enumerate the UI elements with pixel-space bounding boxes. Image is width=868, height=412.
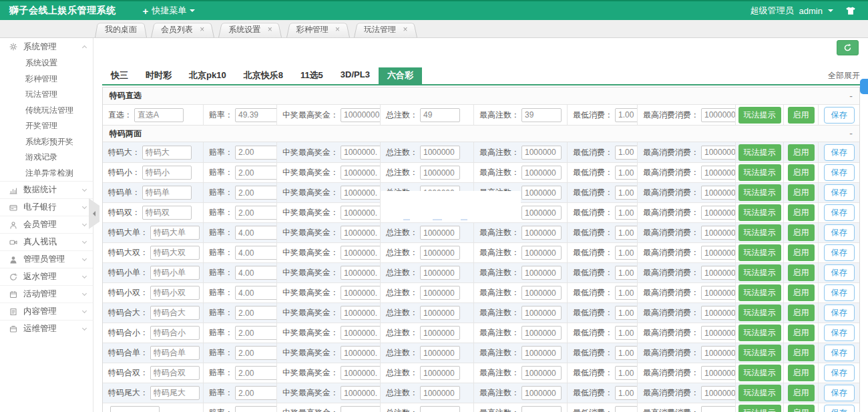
max-bets-input[interactable] (521, 306, 562, 320)
refresh-button[interactable] (837, 40, 859, 55)
max-prize-input[interactable] (341, 306, 380, 320)
min-spend-input[interactable] (615, 306, 637, 320)
max-spend-input[interactable] (701, 366, 735, 380)
enable-button[interactable]: 启用 (788, 107, 815, 124)
max-bets-input[interactable] (521, 166, 562, 180)
save-button[interactable]: 保存 (824, 204, 855, 221)
play-tip-button[interactable]: 玩法提示 (738, 224, 781, 241)
play-tip-button[interactable]: 玩法提示 (738, 405, 781, 412)
odds-input[interactable] (235, 286, 276, 300)
odds-input[interactable] (235, 206, 276, 220)
min-spend-input[interactable] (615, 406, 637, 412)
play-tip-button[interactable]: 玩法提示 (738, 365, 781, 381)
play-tip-button[interactable]: 玩法提示 (738, 144, 781, 161)
sidebar-item[interactable]: 系统管理 (0, 38, 93, 55)
max-spend-input[interactable] (701, 166, 735, 180)
min-spend-input[interactable] (615, 108, 637, 122)
max-spend-input[interactable] (701, 286, 735, 300)
play-name-input[interactable] (134, 108, 184, 122)
window-tab[interactable]: 玩法管理 × (354, 21, 417, 37)
total-bets-input[interactable] (420, 146, 460, 160)
odds-input[interactable] (235, 146, 276, 160)
save-button[interactable]: 保存 (824, 365, 855, 381)
max-bets-input[interactable] (521, 108, 562, 122)
save-button[interactable]: 保存 (824, 144, 855, 161)
odds-input[interactable] (235, 108, 276, 122)
total-bets-input[interactable] (420, 166, 460, 180)
enable-button[interactable]: 启用 (788, 405, 815, 412)
max-prize-input[interactable] (341, 386, 380, 400)
play-name-input[interactable] (150, 246, 200, 260)
play-name-input[interactable] (110, 406, 160, 412)
odds-input[interactable] (235, 226, 276, 240)
min-spend-input[interactable] (615, 326, 637, 340)
max-bets-input[interactable] (521, 386, 562, 400)
total-bets-input[interactable] (420, 286, 460, 300)
total-bets-input[interactable] (420, 246, 460, 260)
window-tab[interactable]: 系统设置 × (218, 21, 282, 37)
max-prize-input[interactable] (341, 108, 380, 122)
min-spend-input[interactable] (615, 206, 637, 220)
max-prize-input[interactable] (341, 366, 380, 380)
enable-button[interactable]: 启用 (788, 284, 815, 301)
sidebar-subitem[interactable]: 玩法管理 (0, 87, 93, 103)
min-spend-input[interactable] (615, 386, 637, 400)
total-bets-input[interactable] (420, 366, 460, 380)
save-button[interactable]: 保存 (824, 385, 855, 401)
max-prize-input[interactable] (341, 346, 380, 360)
play-name-input[interactable] (150, 386, 200, 400)
max-bets-input[interactable] (521, 346, 562, 360)
play-name-input[interactable] (150, 306, 200, 320)
collapse-icon[interactable]: - (849, 93, 853, 99)
max-bets-input[interactable] (521, 146, 562, 160)
play-tip-button[interactable]: 玩法提示 (738, 345, 781, 361)
window-tab[interactable]: 我的桌面 (95, 21, 147, 37)
window-tab[interactable]: 彩种管理 × (286, 21, 350, 37)
enable-button[interactable]: 启用 (788, 264, 815, 281)
enable-button[interactable]: 启用 (788, 304, 815, 321)
sidebar-subitem[interactable]: 开奖管理 (0, 118, 93, 134)
min-spend-input[interactable] (615, 346, 637, 360)
max-bets-input[interactable] (521, 286, 562, 300)
play-name-input[interactable] (150, 226, 200, 240)
odds-input[interactable] (235, 366, 276, 380)
play-name-input[interactable] (142, 146, 192, 160)
enable-button[interactable]: 启用 (788, 385, 815, 401)
save-button[interactable]: 保存 (824, 284, 855, 301)
max-prize-input[interactable] (341, 226, 380, 240)
max-prize-input[interactable] (341, 206, 380, 220)
sidebar-subitem[interactable]: 注单异常检测 (0, 166, 93, 182)
max-bets-input[interactable] (521, 186, 562, 200)
max-prize-input[interactable] (341, 246, 380, 260)
odds-input[interactable] (235, 386, 276, 400)
total-bets-input[interactable] (420, 326, 460, 340)
min-spend-input[interactable] (615, 246, 637, 260)
enable-button[interactable]: 启用 (788, 365, 815, 381)
max-bets-input[interactable] (521, 206, 562, 220)
min-spend-input[interactable] (615, 366, 637, 380)
total-bets-input[interactable] (420, 266, 460, 280)
max-spend-input[interactable] (701, 186, 735, 200)
max-spend-input[interactable] (701, 386, 735, 400)
sidebar-subitem[interactable]: 彩种管理 (0, 71, 93, 87)
max-bets-input[interactable] (521, 266, 562, 280)
sidebar-subitem[interactable]: 系统设置 (0, 55, 93, 71)
play-name-input[interactable] (150, 366, 200, 380)
play-tip-button[interactable]: 玩法提示 (738, 304, 781, 321)
odds-input[interactable] (235, 406, 276, 412)
expand-all-link[interactable]: 全部展开 (828, 70, 860, 84)
sidebar-item[interactable]: 数据统计 (0, 181, 93, 198)
close-icon[interactable]: × (335, 25, 340, 34)
play-name-input[interactable] (142, 166, 192, 180)
max-bets-input[interactable] (521, 406, 562, 412)
min-spend-input[interactable] (615, 286, 637, 300)
odds-input[interactable] (235, 306, 276, 320)
odds-input[interactable] (235, 346, 276, 360)
sidebar-item[interactable]: 运维管理 (0, 320, 93, 337)
min-spend-input[interactable] (615, 226, 637, 240)
save-button[interactable]: 保存 (824, 405, 855, 412)
window-tab[interactable]: 会员列表 × (151, 21, 214, 37)
max-prize-input[interactable] (341, 286, 380, 300)
sidebar-item[interactable]: 返水管理 (0, 268, 93, 285)
sidebar-item[interactable]: 内容管理 (0, 302, 93, 320)
